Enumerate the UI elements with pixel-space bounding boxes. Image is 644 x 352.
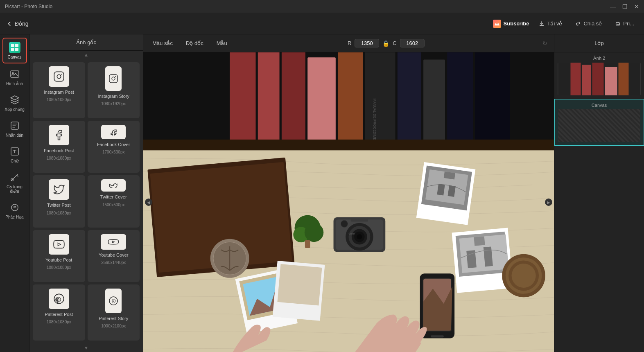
scroll-up-arrow[interactable]: ▲ (29, 51, 143, 59)
svg-rect-87 (605, 67, 617, 95)
svg-rect-6 (15, 48, 18, 51)
svg-marker-22 (113, 241, 115, 243)
color-button[interactable]: Màu sắc (150, 38, 175, 48)
photo-scene: MANUAL DE PROCEDIMENTO (143, 52, 554, 352)
download-button[interactable]: Tải về (536, 19, 565, 28)
r-label: R (348, 40, 351, 46)
layer-item-canvas[interactable]: Canvas (554, 99, 644, 146)
instagram-post-name: Instagram Post (44, 89, 74, 95)
canvas-viewport[interactable]: MANUAL DE PROCEDIMENTO (143, 52, 554, 352)
layer-item-anh-2[interactable]: Ảnh 2 (554, 52, 644, 99)
subscribe-label: Subscribe (504, 20, 529, 27)
canvas-card-youtube-post[interactable]: Youtube Post 1080x1080px (33, 230, 85, 282)
canvas-card-pinterest-post[interactable]: Pinterest Post 1080x1080px (33, 284, 85, 341)
sidebar-item-phac-hoa[interactable]: Phác Họa (2, 199, 27, 223)
r-input[interactable] (355, 39, 379, 47)
center-area: Màu sắc Độ dốc Mẫu R 🔒 C ↻ (143, 34, 554, 352)
svg-point-8 (12, 72, 14, 74)
canvas-thumb-bg (558, 109, 640, 142)
sidebar-xep-chong-label: Xếp chồng (5, 107, 25, 112)
layer-canvas-thumb (558, 109, 640, 142)
pattern-button[interactable]: Mẫu (214, 38, 230, 48)
c-input[interactable] (400, 39, 425, 47)
svg-rect-31 (338, 52, 363, 144)
share-button[interactable]: Chia sẻ (572, 19, 605, 28)
pinterest-story-name: Pinterest Story (99, 316, 128, 321)
lock-icon[interactable]: 🔒 (382, 40, 389, 47)
c-label: C (393, 40, 396, 46)
instagram-story-name: Instagram Story (97, 93, 129, 99)
svg-rect-5 (11, 48, 14, 51)
facebook-post-size: 1080x1080px (47, 156, 71, 160)
close-button[interactable]: ✕ (634, 3, 639, 10)
right-panel: Lớp Ảnh 2 Canvas (554, 34, 644, 352)
twitter-cover-size: 1500x500px (102, 203, 125, 207)
svg-rect-36 (475, 52, 510, 142)
svg-text:T: T (13, 149, 16, 154)
canvas-scroll-left[interactable]: ◀ (145, 199, 152, 206)
subscribe-icon (493, 20, 501, 28)
maximize-button[interactable]: ❐ (622, 3, 628, 10)
top-bar: Đóng Subscribe Tải về (0, 13, 644, 34)
svg-rect-84 (571, 63, 581, 95)
gradient-button[interactable]: Độ dốc (183, 38, 206, 48)
canvas-card-instagram-story[interactable]: Instagram Story 1080x1920px (88, 62, 140, 118)
svg-rect-28 (258, 52, 280, 146)
canvas-card-instagram-post[interactable]: Instagram Post 1080x1080px (33, 62, 85, 118)
canvas-card-youtube-cover[interactable]: Youtube Cover 2560x1440px (88, 230, 140, 282)
twitter-cover-name: Twitter Cover (100, 194, 127, 200)
svg-rect-85 (582, 65, 591, 95)
svg-point-14 (14, 207, 16, 208)
canvas-card-twitter-post[interactable]: Twitter Post 1080x1080px (33, 175, 85, 227)
pinterest-post-name: Pinterest Post (45, 311, 73, 317)
minimize-button[interactable]: — (610, 3, 616, 10)
canvas-icon (9, 42, 20, 53)
canvas-grid: Instagram Post 1080x1080px Instagram Sto… (29, 59, 143, 344)
sidebar-item-canvas[interactable]: Canvas (2, 38, 27, 63)
sidebar-item-xep-chong[interactable]: Xếp chồng (2, 91, 27, 115)
svg-point-46 (305, 223, 323, 242)
pinterest-story-icon (105, 289, 122, 313)
canvas-card-facebook-post[interactable]: Facebook Post 1080x1080px (33, 121, 85, 173)
window-controls[interactable]: — ❐ ✕ (610, 3, 639, 10)
svg-point-54 (357, 234, 362, 239)
sidebar-item-chu[interactable]: T Chữ (2, 142, 27, 167)
pinterest-story-size: 1000x2100px (101, 324, 126, 328)
subscribe-button[interactable]: Subscribe (493, 20, 529, 28)
scroll-down-arrow[interactable]: ▼ (29, 344, 143, 352)
canvas-card-twitter-cover[interactable]: Twitter Cover 1500x500px (88, 175, 140, 227)
instagram-story-size: 1080x1920px (101, 102, 126, 106)
svg-rect-27 (230, 52, 255, 146)
canvas-card-pinterest-story[interactable]: Pinterest Story 1000x2100px (88, 284, 140, 341)
layer-anh-2-label: Ảnh 2 (558, 56, 641, 61)
right-panel-header: Lớp (554, 34, 644, 52)
svg-rect-32 (365, 52, 395, 146)
svg-point-17 (61, 74, 61, 74)
svg-rect-47 (305, 240, 310, 248)
sidebar-item-nhan-dan[interactable]: Nhãn dán (2, 117, 27, 141)
canvas-panel: Ảnh gốc ▲ Instagram Post 1080x1080px (29, 34, 143, 352)
facebook-cover-icon (101, 125, 126, 139)
svg-rect-33 (398, 52, 421, 144)
svg-rect-74 (277, 264, 322, 305)
brush-icon (9, 171, 20, 183)
pinterest-post-icon (49, 289, 69, 309)
print-button[interactable]: Pri... (612, 19, 637, 28)
canvas-card-facebook-cover[interactable]: Facebook Cover 1700x630px (88, 121, 140, 173)
sidebar-nhan-dan-label: Nhãn dán (6, 133, 23, 138)
svg-rect-29 (282, 52, 305, 146)
layer-anh-2-thumb (558, 63, 641, 95)
redo-button[interactable]: ↻ (542, 40, 547, 47)
close-nav-button[interactable]: Đóng (7, 20, 28, 27)
sidebar-item-co-trang-diem[interactable]: Cọ trang điểm (2, 168, 27, 197)
layer-canvas-label: Canvas (558, 103, 640, 108)
svg-point-20 (115, 76, 116, 77)
title-bar: Picsart - Photo Studio — ❐ ✕ (0, 0, 644, 13)
layers-icon (9, 94, 20, 106)
canvas-scroll-right[interactable]: ▶ (545, 199, 552, 206)
canvas-panel-header: Ảnh gốc (29, 34, 143, 51)
svg-rect-2 (9, 42, 20, 53)
chevron-left-icon (7, 21, 12, 27)
svg-rect-4 (15, 44, 18, 47)
sidebar-item-hinh-anh[interactable]: Hình ảnh (2, 65, 27, 89)
